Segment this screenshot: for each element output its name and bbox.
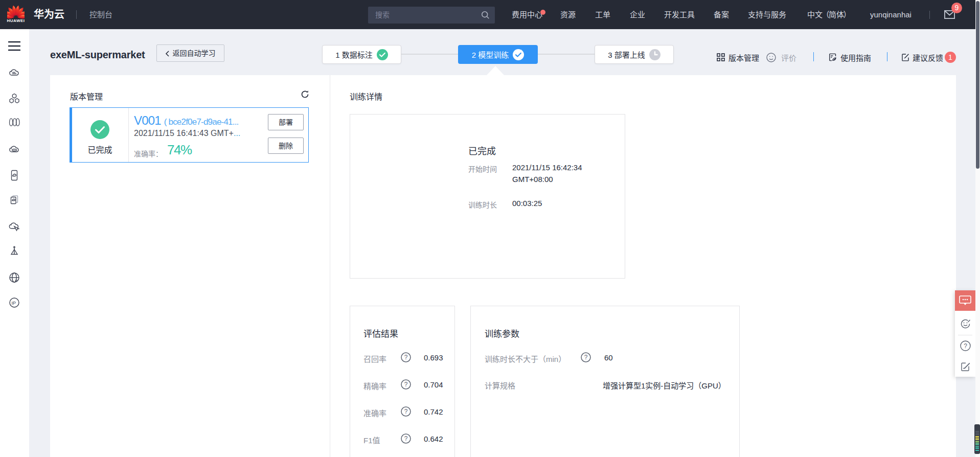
svg-text:?: ? xyxy=(404,381,408,388)
svg-text:?: ? xyxy=(584,354,588,361)
svg-text:w: w xyxy=(15,279,18,282)
svg-text:?: ? xyxy=(404,354,408,361)
svg-text:?: ? xyxy=(404,408,408,415)
svg-text:IP: IP xyxy=(12,301,16,306)
svg-text:?: ? xyxy=(404,435,408,442)
svg-text:?: ? xyxy=(964,342,967,350)
